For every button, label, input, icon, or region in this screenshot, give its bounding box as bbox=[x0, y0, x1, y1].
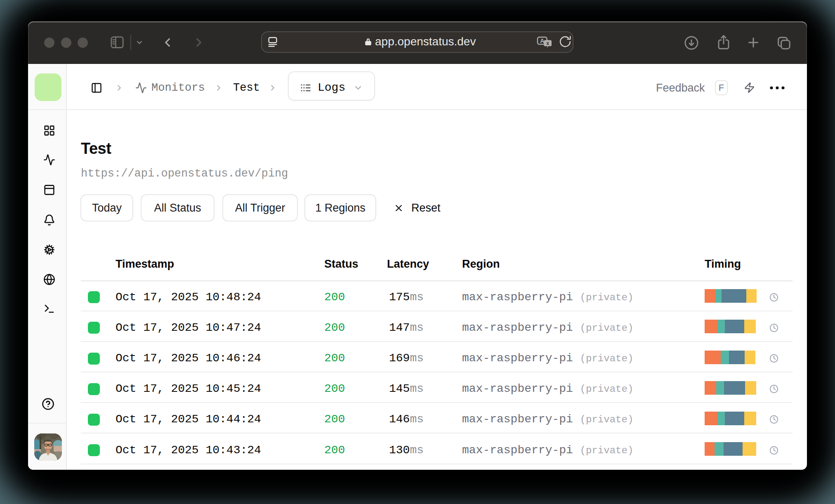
svg-text:x: x bbox=[546, 40, 549, 46]
